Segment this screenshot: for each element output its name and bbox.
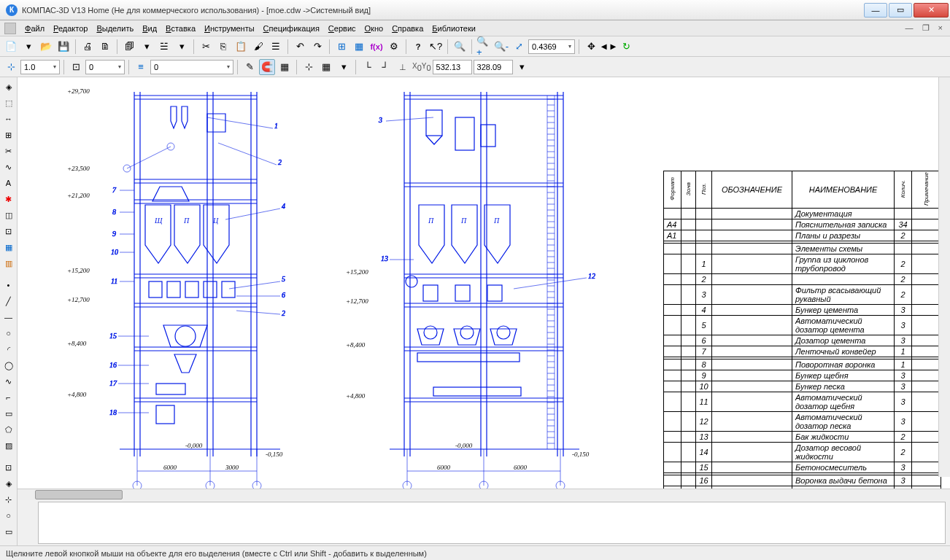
arrow-help[interactable]: ↖? [428,39,444,55]
drawing-canvas[interactable]: Щ П Ц [18,77,950,489]
new-btn[interactable]: 📄 [3,39,19,55]
print-btn[interactable]: 🖨 [80,39,96,55]
zoom-input[interactable] [530,42,567,51]
menu-вставка[interactable]: Вставка [161,23,200,34]
vtool-9[interactable]: ◫ [1,208,16,222]
new-dd[interactable]: ▾ [20,39,36,55]
edit-btn[interactable]: ✎ [242,59,258,75]
menu-окно[interactable]: Окно [360,23,388,34]
spec-row: 4Бункер цемента3 [664,305,941,316]
menu-инструменты[interactable]: Инструменты [200,23,259,34]
vtool-6[interactable]: ∿ [1,160,16,174]
vtool-1[interactable]: ◈ [1,79,16,94]
geom-hatch[interactable]: ▨ [1,438,16,453]
snap-btn[interactable]: 🧲 [259,59,275,75]
geom-seg[interactable]: — [1,310,16,324]
spec-row: 6Дозатор цемента3 [664,335,941,346]
y-value[interactable] [474,60,513,74]
save-btn[interactable]: 💾 [55,39,72,55]
redo-btn[interactable]: ↷ [309,39,325,55]
mdi-restore[interactable]: ❐ [919,23,932,33]
geom-line[interactable]: ╱ [1,294,16,308]
tool-c[interactable]: ⊹ [1,492,16,507]
menu-спецификация[interactable]: Спецификация [259,23,324,34]
menu-справка[interactable]: Справка [387,23,428,34]
var-btn[interactable]: ⚙ [386,39,402,55]
layers-dd[interactable]: ▾ [174,39,190,55]
layer-btn[interactable]: ⊡ [68,59,84,75]
pan-btn[interactable]: ✥ [583,39,599,55]
undo-btn[interactable]: ↶ [292,39,308,55]
menu-выделить[interactable]: Выделить [92,23,138,34]
vtool-2[interactable]: ⬚ [1,96,16,110]
preview-btn[interactable]: 🗎 [97,39,113,55]
zoomwin-btn[interactable]: 🔍 [452,39,468,55]
zoomout-btn[interactable]: 🔍- [493,39,509,55]
vtool-5[interactable]: ✂ [1,144,16,158]
paste-btn[interactable]: 📋 [233,39,249,55]
calc-btn[interactable]: ⊞ [333,39,350,55]
cut-btn[interactable]: ✂ [198,39,214,55]
snap1[interactable]: ⊹ [301,59,317,75]
props-btn[interactable]: ☰ [268,39,284,55]
menu-вид[interactable]: Вид [138,23,161,34]
property-panel[interactable] [38,502,946,544]
ortho-btn[interactable]: ⊹ [3,59,19,75]
geom-rect[interactable]: ▭ [1,406,16,421]
scrollbar-v[interactable] [938,77,950,477]
copy-btn[interactable]: ⎘ [215,39,231,55]
geom-circle[interactable]: ○ [1,326,16,341]
tool-d[interactable]: ○ [1,508,16,523]
menu-редактор[interactable]: Редактор [49,23,92,34]
geom-spline[interactable]: ∿ [1,374,16,389]
vtool-10[interactable]: ⊡ [1,224,16,238]
style-value[interactable]: ▾ [150,60,233,74]
maximize-button[interactable]: ▭ [889,3,912,18]
refresh-btn[interactable]: ↻ [618,39,634,55]
geom-poly[interactable]: ⬠ [1,422,16,437]
grid-btn[interactable]: ▦ [318,59,334,75]
x-value[interactable] [433,60,472,74]
vtool-7[interactable]: A [1,176,16,190]
geom-chamfer[interactable]: ⌐ [1,390,16,405]
prop-dd[interactable]: ▾ [139,39,155,55]
coord-dd[interactable]: ▾ [514,59,530,75]
layers-btn[interactable]: ☱ [156,39,172,55]
brush-btn[interactable]: 🖌 [250,39,266,55]
tool-e[interactable]: ▭ [1,524,16,539]
fx-btn[interactable]: f(x) [368,39,385,55]
coord1[interactable]: └ [360,59,376,75]
close-button[interactable]: ✕ [914,3,949,18]
menu-сервис[interactable]: Сервис [324,23,360,34]
zoom-value[interactable]: ▾ [528,39,575,54]
spec-btn[interactable]: ▦ [351,39,367,55]
line-style-btn[interactable]: ≡ [133,59,149,75]
scrollbar-h[interactable] [18,489,950,500]
step-value[interactable]: ▾ [20,60,60,74]
vtool-12[interactable]: ▥ [1,256,16,271]
constr-btn[interactable]: ▦ [277,59,293,75]
geom-ellipse[interactable]: ◯ [1,358,16,373]
vtool-11[interactable]: ▦ [1,240,16,254]
vtool-8[interactable]: ✱ [1,192,16,206]
prev-btn[interactable]: ◄► [600,39,617,55]
geom-point[interactable]: • [1,278,16,292]
help-btn[interactable]: ? [410,39,426,55]
prop-btn[interactable]: 🗐 [121,39,137,55]
tool-a[interactable]: ⊡ [1,460,16,475]
coord2[interactable]: ┘ [377,59,393,75]
mdi-minimize[interactable]: — [903,23,916,33]
minimize-button[interactable]: — [864,3,887,18]
vtool-3[interactable]: ↔ [1,112,16,126]
mdi-close[interactable]: × [935,23,946,33]
open-btn[interactable]: 📂 [38,39,54,55]
zoomin-btn[interactable]: 🔍+ [476,39,492,55]
vtool-4[interactable]: ⊞ [1,128,16,142]
menu-библиотеки[interactable]: Библиотеки [428,23,480,34]
tool-b[interactable]: ◈ [1,476,16,491]
layer-value[interactable]: ▾ [85,60,125,74]
menu-файл[interactable]: Файл [20,23,49,34]
zoomsel-btn[interactable]: ⤢ [511,39,527,55]
geom-arc[interactable]: ◜ [1,342,16,357]
coord3[interactable]: ⟂ [395,59,411,75]
